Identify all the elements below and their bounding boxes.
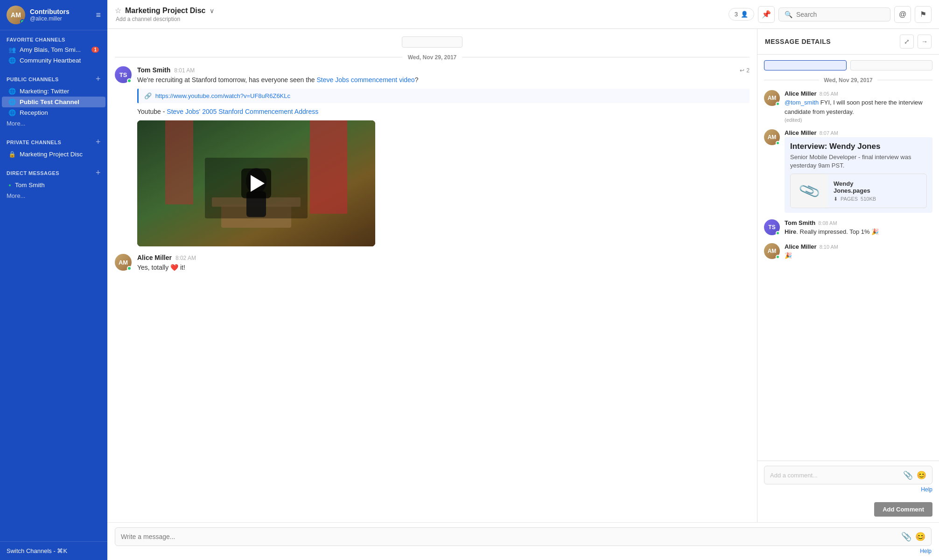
topbar: ☆ Marketing Project Disc ∨ Add a channel… [107, 0, 939, 29]
message-content: Alice Miller 8:02 AM Yes, totally ❤️ it! [137, 254, 750, 273]
sidebar-item-marketing-project-disc[interactable]: 🔒 Marketing Project Disc [2, 149, 105, 160]
message-input[interactable] [121, 533, 897, 540]
mention: @tom_smith [785, 99, 819, 106]
online-dot [127, 78, 132, 83]
details-input-area: Add a comment... 📎 😊 Help [757, 461, 939, 498]
message-time: 8:02 AM [175, 255, 196, 261]
sidebar-item-reception[interactable]: 🌐 Reception [2, 107, 105, 118]
topbar-actions: 3 👤 📌 🔍 @ ⚑ [729, 6, 932, 23]
sidebar-item-label: Amy Blais, Tom Smi... [20, 46, 88, 53]
reply-count: 2 [746, 67, 750, 74]
sidebar-item-amy-blais[interactable]: 👥 Amy Blais, Tom Smi... 1 [2, 44, 105, 55]
channel-dropdown-button[interactable]: ∨ [210, 7, 214, 14]
message-text: Yes, totally ❤️ it! [137, 263, 750, 273]
public-channels-more[interactable]: More... [0, 118, 107, 129]
top-snippet [115, 36, 750, 48]
details-snippet-btn-2[interactable] [850, 60, 933, 70]
search-input[interactable] [796, 11, 880, 18]
at-icon: @ [899, 10, 906, 19]
details-message-time: 8:05 AM [820, 91, 838, 97]
video-preview[interactable] [137, 120, 375, 246]
user-info: Contributors @alice.miller [30, 8, 91, 22]
reply-button[interactable]: ↩ 2 [740, 67, 750, 74]
details-message-content: Alice Miller 8:05 AM @tom_smith FYI, I w… [785, 90, 932, 123]
video-thumbnail [137, 120, 375, 246]
channel-icon: 🌐 [8, 88, 16, 95]
details-avatar-tom: TS [764, 219, 780, 235]
channel-icon: 🌐 [8, 109, 16, 116]
sidebar-item-community-heartbeat[interactable]: 🌐 Community Heartbeat [2, 55, 105, 66]
steve-jobs-link[interactable]: Steve Jobs commencement video [317, 76, 415, 84]
details-avatar-alice: AM [764, 90, 780, 106]
details-attach-icon[interactable]: 📎 [903, 470, 913, 480]
details-input-box: Add a comment... 📎 😊 [764, 466, 932, 484]
menu-icon[interactable]: ≡ [96, 10, 101, 20]
message-input-area: 📎 😊 Help [107, 522, 939, 560]
details-top-snippet [764, 60, 932, 70]
details-forward-button[interactable]: → [918, 35, 932, 49]
details-input-placeholder[interactable]: Add a comment... [770, 472, 899, 479]
details-expand-button[interactable]: ⤢ [900, 35, 914, 49]
channel-description[interactable]: Add a channel description [115, 16, 723, 22]
details-message-header: Tom Smith 8:08 AM [785, 219, 932, 226]
details-message-content: Tom Smith 8:08 AM Hire. Really impressed… [785, 219, 932, 237]
details-snippet-btn-1[interactable] [764, 60, 847, 70]
sidebar-item-public-test-channel[interactable]: 🌐 Public Test Channel [2, 97, 105, 107]
attach-icon[interactable]: 📎 [901, 532, 911, 542]
details-message-header: Alice Miller 8:05 AM [785, 90, 932, 97]
group-icon: 👥 [8, 46, 16, 53]
public-channels-label: PUBLIC CHANNELS [7, 77, 59, 82]
details-messages: Wed, Nov 29, 2017 AM Alice Miller 8:05 A… [757, 55, 939, 461]
switch-channels-button[interactable]: Switch Channels - ⌘K [0, 541, 107, 560]
private-channels-section: PRIVATE CHANNELS + 🔒 Marketing Project D… [0, 131, 107, 161]
details-online-dot [776, 141, 780, 145]
message-text: We're recruiting at Stanford tomorrow, h… [137, 75, 750, 85]
add-comment-button[interactable]: Add Comment [874, 502, 932, 517]
download-icon[interactable]: ⬇ [834, 196, 838, 202]
sidebar-header: AM Contributors @alice.miller ≡ [0, 0, 107, 30]
members-button[interactable]: 3 👤 [729, 8, 754, 21]
channel-title-area: ☆ Marketing Project Disc ∨ Add a channel… [115, 6, 723, 22]
details-date-divider: Wed, Nov 29, 2017 [764, 76, 932, 84]
direct-messages-more[interactable]: More... [0, 190, 107, 201]
pin-button[interactable]: 📌 [758, 6, 775, 23]
youtube-title-link[interactable]: Steve Jobs' 2005 Stanford Commencement A… [167, 108, 318, 115]
message-author: Alice Miller [137, 254, 172, 261]
add-private-channel-button[interactable]: + [96, 137, 101, 147]
online-indicator [20, 19, 25, 24]
message-author: Tom Smith [137, 66, 170, 74]
details-online-dot [776, 102, 780, 106]
link-icon: 🔗 [144, 92, 152, 99]
details-footer: Add Comment [757, 498, 939, 522]
file-meta: ⬇ PAGES 510KB [834, 196, 876, 202]
add-public-channel-button[interactable]: + [96, 74, 101, 84]
emoji-icon[interactable]: 😊 [915, 532, 925, 542]
avatar: AM [7, 6, 25, 24]
sidebar-item-tom-smith[interactable]: ● Tom Smith [2, 180, 105, 190]
main-content: ☆ Marketing Project Disc ∨ Add a channel… [107, 0, 939, 560]
youtube-url-link[interactable]: https://www.youtube.com/watch?v=UF8uR6Z6… [155, 92, 290, 99]
details-emoji-icon[interactable]: 😊 [917, 470, 926, 480]
paperclip-icon: 📎 [797, 179, 821, 203]
video-play-button[interactable] [241, 168, 271, 198]
add-direct-message-button[interactable]: + [96, 168, 101, 178]
message-input-box: 📎 😊 [115, 527, 932, 546]
flag-button[interactable]: ⚑ [915, 6, 932, 23]
details-message-content: Alice Miller 8:07 AM Interview: Wendy Jo… [785, 129, 932, 213]
channel-star-button[interactable]: ☆ [115, 6, 121, 15]
message-row: TS Tom Smith 8:01 AM ↩ 2 We're recruitin… [115, 66, 750, 246]
details-help-link[interactable]: Help [764, 484, 932, 493]
date-divider: Wed, Nov 29, 2017 [115, 53, 750, 61]
online-icon: ● [8, 182, 11, 188]
org-name: Contributors [30, 8, 91, 15]
message-content: Tom Smith 8:01 AM ↩ 2 We're recruiting a… [137, 66, 750, 246]
details-message-header: Alice Miller 8:10 AM [785, 243, 932, 250]
direct-messages-label: DIRECT MESSAGES [7, 170, 59, 176]
channel-title-row: ☆ Marketing Project Disc ∨ [115, 6, 723, 15]
sidebar-item-marketing-twitter[interactable]: 🌐 Marketing: Twitter [2, 86, 105, 97]
interview-subtitle: Senior Mobile Developer - final intervie… [790, 153, 927, 170]
at-mentions-button[interactable]: @ [894, 6, 911, 23]
details-message-time: 8:08 AM [818, 220, 837, 226]
help-link[interactable]: Help [115, 546, 932, 554]
favorites-header: FAVORITE CHANNELS [0, 35, 107, 44]
